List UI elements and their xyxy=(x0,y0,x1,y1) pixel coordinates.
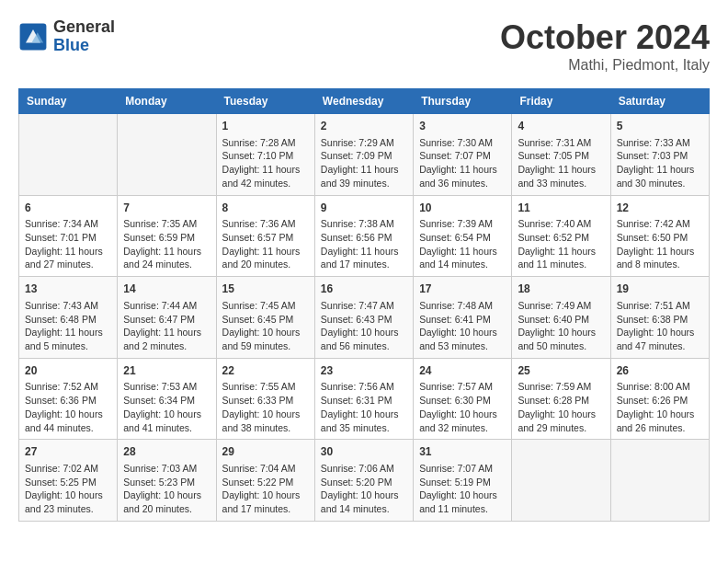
day-info: Sunrise: 7:40 AMSunset: 6:52 PMDaylight:… xyxy=(518,217,604,271)
day-number: 19 xyxy=(617,282,703,297)
day-number: 11 xyxy=(518,201,604,216)
table-cell: 19Sunrise: 7:51 AMSunset: 6:38 PMDayligh… xyxy=(610,277,709,359)
day-number: 3 xyxy=(419,119,506,134)
day-info: Sunrise: 7:04 AMSunset: 5:22 PMDaylight:… xyxy=(222,462,309,516)
day-info: Sunrise: 7:43 AMSunset: 6:48 PMDaylight:… xyxy=(25,299,111,353)
logo: General Blue xyxy=(18,18,115,55)
day-info: Sunrise: 7:52 AMSunset: 6:36 PMDaylight:… xyxy=(25,380,111,434)
table-cell: 8Sunrise: 7:36 AMSunset: 6:57 PMDaylight… xyxy=(216,195,314,277)
logo-icon xyxy=(18,22,48,52)
table-cell xyxy=(610,440,709,522)
day-info: Sunrise: 7:56 AMSunset: 6:31 PMDaylight:… xyxy=(321,380,407,434)
day-number: 5 xyxy=(617,119,703,134)
week-row-2: 6Sunrise: 7:34 AMSunset: 7:01 PMDaylight… xyxy=(19,195,710,277)
day-number: 29 xyxy=(222,444,309,460)
table-cell: 23Sunrise: 7:56 AMSunset: 6:31 PMDayligh… xyxy=(314,358,413,440)
logo-line1: General xyxy=(53,18,115,37)
header-sunday: Sunday xyxy=(19,89,118,114)
table-cell xyxy=(118,114,216,196)
logo-line2: Blue xyxy=(53,37,115,55)
day-number: 1 xyxy=(222,119,309,134)
table-cell: 21Sunrise: 7:53 AMSunset: 6:34 PMDayligh… xyxy=(118,358,216,440)
day-number: 7 xyxy=(123,201,210,216)
day-info: Sunrise: 7:29 AMSunset: 7:09 PMDaylight:… xyxy=(321,136,407,190)
table-cell: 6Sunrise: 7:34 AMSunset: 7:01 PMDaylight… xyxy=(19,195,118,277)
day-info: Sunrise: 7:38 AMSunset: 6:56 PMDaylight:… xyxy=(321,217,407,271)
calendar-body: 1Sunrise: 7:28 AMSunset: 7:10 PMDaylight… xyxy=(19,114,710,522)
day-number: 13 xyxy=(25,282,111,297)
day-number: 9 xyxy=(321,201,407,216)
day-info: Sunrise: 7:06 AMSunset: 5:20 PMDaylight:… xyxy=(321,462,407,516)
day-number: 14 xyxy=(123,282,210,297)
day-info: Sunrise: 7:47 AMSunset: 6:43 PMDaylight:… xyxy=(321,299,407,353)
header-monday: Monday xyxy=(118,89,216,114)
table-cell: 10Sunrise: 7:39 AMSunset: 6:54 PMDayligh… xyxy=(414,195,512,277)
table-cell: 31Sunrise: 7:07 AMSunset: 5:19 PMDayligh… xyxy=(414,440,512,522)
day-info: Sunrise: 7:42 AMSunset: 6:50 PMDaylight:… xyxy=(617,217,703,271)
day-number: 18 xyxy=(518,282,604,297)
day-number: 12 xyxy=(617,201,703,216)
table-cell: 12Sunrise: 7:42 AMSunset: 6:50 PMDayligh… xyxy=(610,195,709,277)
day-number: 31 xyxy=(419,444,506,460)
table-cell: 18Sunrise: 7:49 AMSunset: 6:40 PMDayligh… xyxy=(512,277,610,359)
day-number: 10 xyxy=(419,201,506,216)
week-row-4: 20Sunrise: 7:52 AMSunset: 6:36 PMDayligh… xyxy=(19,358,710,440)
day-number: 30 xyxy=(321,444,407,460)
day-info: Sunrise: 8:00 AMSunset: 6:26 PMDaylight:… xyxy=(617,380,703,434)
day-info: Sunrise: 7:28 AMSunset: 7:10 PMDaylight:… xyxy=(222,136,309,190)
title-section: October 2024 Mathi, Piedmont, Italy xyxy=(500,18,710,74)
table-cell xyxy=(19,114,118,196)
day-info: Sunrise: 7:02 AMSunset: 5:25 PMDaylight:… xyxy=(25,462,111,516)
header-row: SundayMondayTuesdayWednesdayThursdayFrid… xyxy=(19,89,710,114)
table-cell: 13Sunrise: 7:43 AMSunset: 6:48 PMDayligh… xyxy=(19,277,118,359)
logo-text: General Blue xyxy=(53,18,115,55)
day-info: Sunrise: 7:55 AMSunset: 6:33 PMDaylight:… xyxy=(222,380,309,434)
day-info: Sunrise: 7:33 AMSunset: 7:03 PMDaylight:… xyxy=(617,136,703,190)
table-cell xyxy=(512,440,610,522)
table-cell: 26Sunrise: 8:00 AMSunset: 6:26 PMDayligh… xyxy=(610,358,709,440)
day-info: Sunrise: 7:57 AMSunset: 6:30 PMDaylight:… xyxy=(419,380,506,434)
week-row-1: 1Sunrise: 7:28 AMSunset: 7:10 PMDaylight… xyxy=(19,114,710,196)
day-info: Sunrise: 7:53 AMSunset: 6:34 PMDaylight:… xyxy=(123,380,210,434)
day-number: 21 xyxy=(123,363,210,379)
table-cell: 5Sunrise: 7:33 AMSunset: 7:03 PMDaylight… xyxy=(610,114,709,196)
header-wednesday: Wednesday xyxy=(314,89,413,114)
week-row-5: 27Sunrise: 7:02 AMSunset: 5:25 PMDayligh… xyxy=(19,440,710,522)
day-number: 6 xyxy=(25,201,111,216)
page-header: General Blue October 2024 Mathi, Piedmon… xyxy=(18,18,710,74)
table-cell: 3Sunrise: 7:30 AMSunset: 7:07 PMDaylight… xyxy=(414,114,512,196)
day-number: 27 xyxy=(25,444,111,460)
day-number: 22 xyxy=(222,363,309,379)
day-info: Sunrise: 7:35 AMSunset: 6:59 PMDaylight:… xyxy=(123,217,210,271)
day-number: 15 xyxy=(222,282,309,297)
week-row-3: 13Sunrise: 7:43 AMSunset: 6:48 PMDayligh… xyxy=(19,277,710,359)
day-number: 26 xyxy=(617,363,703,379)
day-info: Sunrise: 7:39 AMSunset: 6:54 PMDaylight:… xyxy=(419,217,506,271)
table-cell: 1Sunrise: 7:28 AMSunset: 7:10 PMDaylight… xyxy=(216,114,314,196)
table-cell: 30Sunrise: 7:06 AMSunset: 5:20 PMDayligh… xyxy=(314,440,413,522)
table-cell: 15Sunrise: 7:45 AMSunset: 6:45 PMDayligh… xyxy=(216,277,314,359)
table-cell: 9Sunrise: 7:38 AMSunset: 6:56 PMDaylight… xyxy=(314,195,413,277)
table-cell: 28Sunrise: 7:03 AMSunset: 5:23 PMDayligh… xyxy=(118,440,216,522)
day-number: 17 xyxy=(419,282,506,297)
day-info: Sunrise: 7:36 AMSunset: 6:57 PMDaylight:… xyxy=(222,217,309,271)
table-cell: 20Sunrise: 7:52 AMSunset: 6:36 PMDayligh… xyxy=(19,358,118,440)
day-info: Sunrise: 7:49 AMSunset: 6:40 PMDaylight:… xyxy=(518,299,604,353)
table-cell: 4Sunrise: 7:31 AMSunset: 7:05 PMDaylight… xyxy=(512,114,610,196)
table-cell: 2Sunrise: 7:29 AMSunset: 7:09 PMDaylight… xyxy=(314,114,413,196)
header-thursday: Thursday xyxy=(414,89,512,114)
day-number: 20 xyxy=(25,363,111,379)
day-info: Sunrise: 7:30 AMSunset: 7:07 PMDaylight:… xyxy=(419,136,506,190)
table-cell: 17Sunrise: 7:48 AMSunset: 6:41 PMDayligh… xyxy=(414,277,512,359)
header-friday: Friday xyxy=(512,89,610,114)
calendar-table: SundayMondayTuesdayWednesdayThursdayFrid… xyxy=(18,88,710,522)
day-info: Sunrise: 7:34 AMSunset: 7:01 PMDaylight:… xyxy=(25,217,111,271)
location-subtitle: Mathi, Piedmont, Italy xyxy=(500,57,710,74)
header-saturday: Saturday xyxy=(610,89,709,114)
day-info: Sunrise: 7:45 AMSunset: 6:45 PMDaylight:… xyxy=(222,299,309,353)
day-number: 16 xyxy=(321,282,407,297)
header-tuesday: Tuesday xyxy=(216,89,314,114)
month-title: October 2024 xyxy=(500,18,710,57)
calendar-header: SundayMondayTuesdayWednesdayThursdayFrid… xyxy=(19,89,710,114)
day-info: Sunrise: 7:07 AMSunset: 5:19 PMDaylight:… xyxy=(419,462,506,516)
